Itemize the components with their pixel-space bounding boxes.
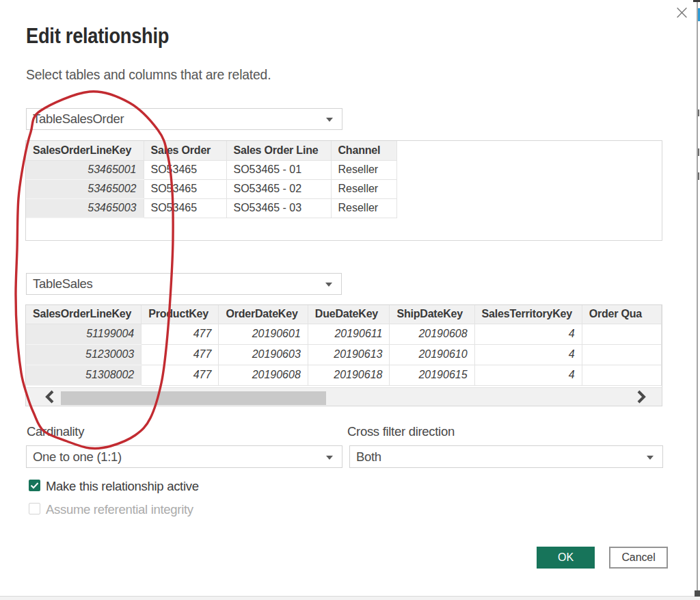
table-cell[interactable]: 20190603	[219, 344, 308, 365]
right-edge-mark	[698, 109, 699, 116]
column-header[interactable]: Channel	[331, 141, 396, 160]
column-header[interactable]: Sales Order	[144, 141, 226, 160]
column-header[interactable]: ShipDateKey	[390, 305, 474, 324]
dialog-title: Edit relationship	[26, 25, 169, 47]
cross-filter-label: Cross filter direction	[347, 426, 455, 439]
dialog-bottom-edge	[0, 596, 700, 600]
column-header[interactable]: ProductKey	[142, 305, 219, 324]
table-cell[interactable]: Reseller	[331, 179, 396, 198]
close-icon[interactable]	[675, 6, 688, 19]
table-row: 53465002SO53465SO53465 - 02Reseller	[26, 179, 396, 198]
chevron-down-icon	[325, 283, 332, 287]
column-header[interactable]: DueDateKey	[308, 305, 390, 324]
column-header[interactable]: Sales Order Line	[226, 141, 331, 160]
table1-selector-dropdown[interactable]: TableSalesOrder	[26, 108, 342, 130]
table-cell[interactable]: 4	[474, 324, 582, 344]
scrollbar-thumb[interactable]	[61, 391, 326, 405]
table-cell[interactable]: SO53465 - 03	[226, 198, 331, 218]
right-edge-mark	[698, 172, 699, 180]
chevron-right-icon[interactable]	[635, 390, 647, 404]
cardinality-value: One to one (1:1)	[33, 446, 122, 467]
table-cell[interactable]: 477	[142, 344, 219, 365]
table-row: 53465001SO53465SO53465 - 01Reseller	[26, 160, 396, 179]
table-cell[interactable]: 4	[474, 365, 582, 385]
table2-selector-dropdown[interactable]: TableSales	[26, 273, 342, 295]
chevron-left-icon[interactable]	[44, 390, 56, 404]
table-cell[interactable]: 20190618	[308, 365, 390, 385]
cardinality-dropdown[interactable]: One to one (1:1)	[26, 445, 342, 468]
column-header[interactable]: Order Qua	[582, 305, 661, 324]
column-header[interactable]: OrderDateKey	[219, 305, 308, 324]
table2-selector-value: TableSales	[33, 274, 93, 294]
table-cell[interactable]: 53465003	[26, 198, 144, 218]
table-cell[interactable]: 51308002	[26, 365, 142, 385]
column-header[interactable]: SalesOrderLineKey	[26, 141, 144, 160]
table-cell[interactable]: 20190608	[390, 324, 474, 344]
right-edge-corner-mark	[695, 590, 700, 597]
table-cell[interactable]: 20190615	[390, 365, 474, 385]
column-header[interactable]: SalesOrderLineKey	[26, 305, 142, 324]
checkbox-checked[interactable]	[29, 480, 40, 491]
table-cell[interactable]: SO53465	[144, 179, 226, 198]
column-header[interactable]: SalesTerritoryKey	[474, 305, 582, 324]
make-relationship-active-label: Make this relationship active	[46, 480, 199, 493]
right-edge-top-mark	[693, 0, 700, 2]
cancel-button[interactable]: Cancel	[609, 547, 668, 569]
table-cell[interactable]: 477	[142, 324, 219, 344]
chevron-down-icon	[647, 456, 654, 460]
edit-relationship-dialog: Edit relationship Select tables and colu…	[0, 0, 700, 600]
table-cell[interactable]: 20190613	[308, 344, 390, 365]
table1-preview: SalesOrderLineKeySales OrderSales Order …	[25, 140, 662, 241]
table-row: 53465003SO53465SO53465 - 03Reseller	[26, 198, 396, 218]
table2-preview: SalesOrderLineKeyProductKeyOrderDateKeyD…	[25, 304, 662, 406]
table-cell[interactable]: 51199004	[26, 324, 142, 344]
dialog-subtitle: Select tables and columns that are relat…	[26, 67, 271, 82]
table-cell[interactable]: SO53465	[144, 160, 226, 179]
chevron-down-icon	[326, 456, 333, 460]
table-cell[interactable]	[582, 344, 661, 365]
table-cell[interactable]: 4	[474, 344, 582, 365]
table-row: 512300034772019060320190613201906104	[26, 344, 662, 365]
table-cell[interactable]: SO53465 - 02	[226, 179, 331, 198]
ok-button[interactable]: OK	[537, 547, 595, 569]
table-cell[interactable]: 20190611	[308, 324, 390, 344]
assume-referential-integrity-label: Assume referential integrity	[46, 504, 193, 517]
table-row: 513080024772019060820190618201906154	[26, 365, 662, 385]
right-edge-mark	[698, 148, 699, 156]
table-cell[interactable]: 51230003	[26, 344, 142, 365]
table-cell[interactable]: 20190610	[390, 344, 474, 365]
table-cell[interactable]: 477	[142, 365, 219, 385]
table-row: 511990044772019060120190611201906084	[26, 324, 662, 344]
checkbox-unchecked[interactable]	[29, 503, 40, 514]
table-cell[interactable]: SO53465 - 01	[226, 160, 331, 179]
table-cell[interactable]	[582, 324, 661, 344]
chevron-down-icon	[326, 118, 333, 122]
cross-filter-dropdown[interactable]: Both	[349, 445, 663, 468]
horizontal-scrollbar[interactable]	[26, 387, 662, 406]
table-cell[interactable]: 20190601	[219, 324, 308, 344]
table-cell[interactable]: Reseller	[331, 160, 396, 179]
table-cell[interactable]: Reseller	[331, 198, 396, 218]
right-edge-line	[697, 0, 698, 597]
cardinality-label: Cardinality	[27, 426, 84, 439]
table-cell[interactable]: 53465001	[26, 160, 144, 179]
table-cell[interactable]: 20190608	[219, 365, 308, 385]
table-cell[interactable]	[582, 365, 661, 385]
cross-filter-value: Both	[356, 446, 381, 467]
table-cell[interactable]: 53465002	[26, 179, 144, 198]
table1-selector-value: TableSalesOrder	[33, 109, 124, 129]
table-cell[interactable]: SO53465	[144, 198, 226, 218]
